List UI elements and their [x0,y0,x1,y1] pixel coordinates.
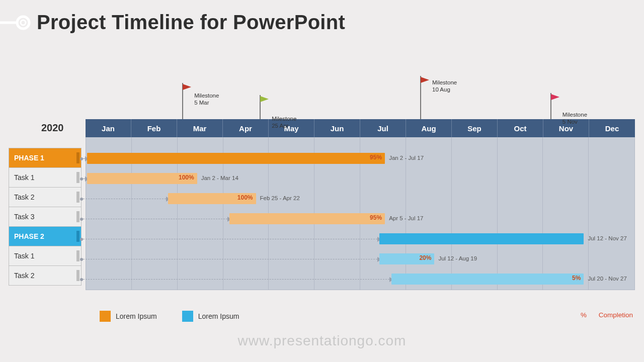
legend-item: Lorem Ipsum [182,311,239,322]
flag-icon [419,76,431,119]
milestone: Milestone5 Mar [181,83,193,119]
phase-label: PHASE 1 [9,148,82,168]
bar-pct: 95% [370,214,382,221]
month-col: Mar [177,119,223,137]
milestone-label: Milestone10 Aug [432,79,457,94]
month-col: Feb [131,119,177,137]
month-col: Jun [314,119,360,137]
ring-icon [0,13,32,33]
svg-point-1 [17,17,29,29]
milestone-label: Milestone5 Nov [562,111,587,126]
completion-label: Completion [599,311,633,319]
milestone-label: Milestone5 Mar [194,92,219,107]
slide-title-wrap: Project Timeline for PowerPoint [0,11,345,34]
task-label: Task 3 [9,207,82,227]
month-col: Oct [498,119,543,137]
legend-swatch [100,311,111,322]
milestone: Milestone10 Aug [419,76,431,119]
gantt-bar: 100% [87,173,197,184]
bar-dates: Jul 12 - Nov 27 [588,235,626,241]
row-leader-line [83,158,86,159]
bar-dates: Apr 5 - Jul 17 [389,215,423,221]
milestone-label: Milestone25 Apr [272,115,296,130]
row-leader-line [83,239,378,239]
gantt-row: 5%Jul 20 - Nov 27 [86,269,635,289]
gantt-row: 100%Jan 2 - Mar 14 [86,168,635,189]
gantt-row: 95%Jan 2 - Jul 17 [86,148,635,168]
month-col: Sep [452,119,498,137]
gantt-bar: 95% [229,213,385,224]
month-col: Jan [86,119,131,137]
bar-dates: Jan 2 - Jul 17 [389,155,424,161]
gantt-bar: 5% [391,274,584,285]
gantt-bar: 95% [87,153,385,164]
row-leader-line [83,279,390,280]
row-leader-line [83,178,86,179]
task-label: Task 2 [9,187,82,207]
bar-dates: Jul 20 - Nov 27 [588,276,626,282]
bar-dates: Jul 12 - Aug 19 [438,255,477,261]
gantt-bar [379,233,584,244]
milestone: Milestone25 Apr [259,95,271,119]
flag-icon [549,93,561,119]
month-header: JanFebMarAprMayJunJulAugSepOctNovDec [86,119,635,137]
milestones-area: Milestone5 MarMilestone25 AprMilestone10… [86,70,635,119]
task-label: Task 1 [9,246,82,266]
flag-icon [259,95,271,119]
task-label: Task 1 [9,167,82,188]
bar-dates: Feb 25 - Apr 22 [260,195,300,201]
gantt-bar: 100% [168,193,256,204]
row-leader-line [83,199,166,199]
gantt-row: Jul 12 - Nov 27 [86,229,635,249]
bar-pct: 5% [572,275,581,282]
legend-item: Lorem Ipsum [100,311,157,322]
year-label: 2020 [41,122,64,134]
bar-dates: Jan 2 - Mar 14 [201,175,238,181]
legend: Lorem IpsumLorem Ipsum [100,311,239,322]
bar-pct: 100% [237,194,253,201]
month-col: Aug [406,119,452,137]
legend-text: Lorem Ipsum [116,312,157,320]
gantt-row: 100%Feb 25 - Apr 22 [86,189,635,209]
month-col: Apr [223,119,269,137]
legend-text: Lorem Ipsum [198,312,239,320]
task-label: Task 2 [9,265,82,286]
bar-pct: 20% [419,254,431,261]
phase-label: PHASE 2 [9,226,82,246]
row-labels: PHASE 1Task 1Task 2Task 3PHASE 2Task 1Ta… [9,148,82,286]
bars-area: 95%Jan 2 - Jul 17100%Jan 2 - Mar 14100%F… [86,137,635,290]
gantt-row: 20%Jul 12 - Aug 19 [86,249,635,269]
flag-icon [181,83,193,119]
row-leader-line [83,219,228,219]
gantt-row: 95%Apr 5 - Jul 17 [86,209,635,229]
month-col: Dec [589,119,635,137]
bar-pct: 100% [179,174,194,181]
completion-legend: % Completion [581,311,633,319]
legend-swatch [182,311,193,322]
completion-pct-symbol: % [581,311,587,319]
milestone: Milestone5 Nov [549,93,561,119]
page-title: Project Timeline for PowerPoint [37,11,345,34]
svg-point-2 [21,20,26,25]
row-leader-line [83,259,378,259]
gantt-bar: 20% [379,253,434,264]
month-col: Jul [360,119,406,137]
bar-pct: 95% [370,154,382,161]
watermark: www.presentationgo.com [0,333,644,349]
